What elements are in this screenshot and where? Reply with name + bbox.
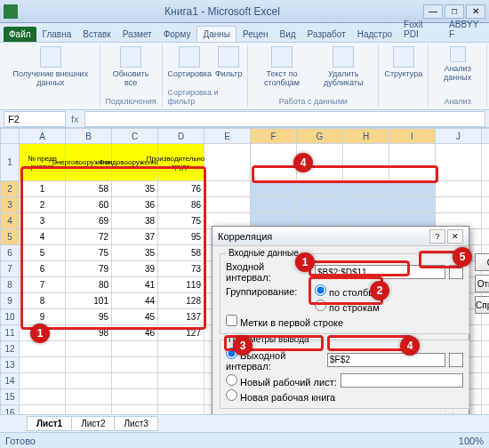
fx-icon[interactable]: fx [66,114,84,124]
tab-file[interactable]: Файл [4,27,36,42]
cell[interactable] [251,144,297,181]
row-header[interactable]: 3 [0,197,20,213]
cell[interactable] [204,181,251,197]
cell[interactable] [482,181,489,197]
cancel-button[interactable]: Отмена [475,275,489,292]
cell[interactable] [251,181,297,197]
cell[interactable]: 45 [112,309,158,325]
cell[interactable]: 58 [66,181,112,197]
cell[interactable]: 75 [158,213,204,229]
cell[interactable]: 2 [20,197,66,213]
col-header[interactable]: B [66,128,112,144]
cell[interactable] [343,197,389,213]
cell[interactable] [66,357,112,373]
cell[interactable]: 86 [158,197,204,213]
cell[interactable]: 137 [158,309,204,325]
col-header[interactable]: G [297,128,343,144]
cell[interactable] [389,144,436,181]
cell[interactable] [66,373,112,389]
row-header[interactable]: 13 [0,357,20,373]
cell[interactable] [158,341,204,357]
cell[interactable] [204,197,251,213]
col-header[interactable]: E [204,128,251,144]
cell[interactable]: 127 [158,325,204,341]
new-workbook-radio[interactable]: Новая рабочая книга [226,389,335,403]
sheet-tab[interactable]: Лист2 [71,416,115,431]
cell[interactable]: 37 [112,229,158,245]
cell[interactable]: 44 [112,293,158,309]
sheet-tab[interactable]: Лист3 [114,416,157,431]
labels-first-row-checkbox[interactable]: Метки в первой строке [226,315,343,328]
cell[interactable] [20,341,66,357]
cell[interactable]: 80 [66,277,112,293]
cell[interactable] [343,181,389,197]
data-analysis-button[interactable]: Анализ данных [434,46,481,82]
cell[interactable] [112,389,158,405]
cell[interactable] [297,197,343,213]
dialog-title-bar[interactable]: Корреляция ? ✕ [212,227,469,246]
col-header[interactable]: D [158,128,204,144]
tab-review[interactable]: Рецен [237,27,274,42]
row-header[interactable]: 7 [0,261,20,277]
row-header[interactable]: 14 [0,373,20,389]
row-header[interactable]: 8 [0,277,20,293]
col-header[interactable]: J [436,128,482,144]
cell[interactable] [20,373,66,389]
cell[interactable] [389,181,436,197]
cell[interactable]: 98 [66,325,112,341]
row-header[interactable]: 5 [0,229,20,245]
cell[interactable]: 9 [20,309,66,325]
cell[interactable] [20,389,66,405]
row-header[interactable]: 12 [0,341,20,357]
row-header[interactable]: 4 [0,213,20,229]
cell[interactable]: 8 [20,293,66,309]
cell[interactable] [482,213,489,229]
row-header[interactable]: 6 [0,245,20,261]
cell[interactable]: 101 [66,293,112,309]
range-picker-icon[interactable] [449,353,463,367]
zoom-level[interactable]: 100% [459,436,484,446]
cell[interactable] [251,197,297,213]
cell[interactable]: 3 [20,213,66,229]
ok-button[interactable]: ОК [475,253,489,271]
cell[interactable] [436,197,482,213]
cell[interactable] [482,229,489,245]
help-button[interactable]: Справка [475,296,489,314]
cell[interactable]: 39 [112,261,158,277]
cell[interactable]: 6 [20,261,66,277]
tab-layout[interactable]: Размет [117,27,157,42]
cell[interactable] [482,144,489,181]
row-header[interactable]: 2 [0,181,20,197]
cell[interactable] [20,357,66,373]
cell[interactable]: 46 [112,325,158,341]
col-header[interactable]: A [20,128,66,144]
output-range-field[interactable] [327,353,445,367]
cell[interactable] [158,373,204,389]
structure-button[interactable]: Структура [384,46,422,78]
cell[interactable]: 60 [66,197,112,213]
input-range-field[interactable] [315,265,445,279]
col-header[interactable]: C [112,128,158,144]
tab-view[interactable]: Вид [275,27,301,42]
range-picker-icon[interactable] [449,265,463,279]
text-to-columns-button[interactable]: Текст по столбцам [253,46,310,87]
cell[interactable]: 79 [66,261,112,277]
cell[interactable]: 7 [20,277,66,293]
cell[interactable] [436,144,482,181]
cell[interactable]: 119 [158,277,204,293]
cell[interactable]: 35 [112,181,158,197]
sort-button[interactable]: Сортировка [168,46,212,78]
cell[interactable]: 1 [20,181,66,197]
cell[interactable]: 58 [158,245,204,261]
cell[interactable]: 35 [112,245,158,261]
cell[interactable]: 76 [158,181,204,197]
row-header[interactable]: 11 [0,325,20,341]
cell[interactable]: 36 [112,197,158,213]
tab-foxit[interactable]: Foxit PDI [398,17,443,42]
cell[interactable] [343,144,389,181]
cell[interactable] [436,181,482,197]
tab-developer[interactable]: Разработ [302,27,351,42]
cell[interactable]: 4 [20,229,66,245]
cell[interactable]: 38 [112,213,158,229]
name-box[interactable]: F2 [4,111,66,127]
